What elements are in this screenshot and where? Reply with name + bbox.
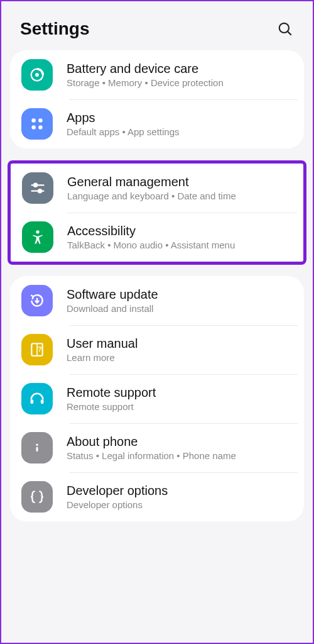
svg-rect-21 — [36, 447, 38, 452]
row-user-manual[interactable]: ? User manual Learn more — [10, 325, 304, 374]
svg-point-20 — [36, 443, 38, 445]
developer-options-icon — [21, 481, 53, 513]
row-developer-options[interactable]: Developer options Developer options — [10, 472, 304, 521]
accessibility-icon — [22, 221, 53, 253]
row-title: Accessibility — [67, 224, 292, 238]
row-title: Developer options — [67, 484, 293, 498]
software-update-icon — [21, 285, 53, 316]
row-title: Software update — [67, 287, 293, 302]
row-subtitle: Remote support — [67, 401, 293, 412]
row-title: About phone — [67, 435, 293, 449]
svg-point-9 — [34, 184, 37, 187]
page-title: Settings — [20, 19, 89, 39]
settings-group: Software update Download and install ? U… — [10, 276, 304, 521]
row-remote-support[interactable]: Remote support Remote support — [10, 374, 304, 423]
row-software-update[interactable]: Software update Download and install — [10, 276, 304, 325]
user-manual-icon: ? — [21, 334, 53, 365]
general-management-icon — [22, 172, 53, 204]
row-general-management[interactable]: General management Language and keyboard… — [11, 164, 303, 213]
row-text: Remote support Remote support — [67, 386, 293, 412]
row-title: User manual — [67, 336, 293, 351]
svg-rect-18 — [41, 399, 44, 404]
row-subtitle: Default apps • App settings — [67, 126, 293, 137]
row-subtitle: Status • Legal information • Phone name — [67, 450, 293, 461]
header: Settings — [1, 1, 313, 50]
row-subtitle: Developer options — [67, 499, 293, 510]
row-text: Battery and device care Storage • Memory… — [67, 62, 293, 88]
row-text: General management Language and keyboard… — [67, 175, 292, 201]
svg-line-1 — [288, 31, 291, 35]
row-about-phone[interactable]: About phone Status • Legal information •… — [10, 423, 304, 472]
row-text: Developer options Developer options — [67, 484, 293, 510]
settings-group-highlighted: General management Language and keyboard… — [8, 160, 306, 265]
battery-care-icon — [21, 59, 53, 91]
row-subtitle: TalkBack • Mono audio • Assistant menu — [67, 240, 292, 250]
about-phone-icon — [21, 432, 53, 464]
svg-point-3 — [35, 73, 39, 77]
row-title: Remote support — [67, 386, 293, 400]
row-subtitle: Storage • Memory • Device protection — [67, 77, 293, 88]
row-subtitle: Learn more — [67, 352, 293, 363]
row-battery-device-care[interactable]: Battery and device care Storage • Memory… — [10, 50, 304, 99]
svg-point-4 — [31, 118, 36, 123]
row-title: General management — [67, 175, 292, 189]
search-button[interactable] — [276, 20, 294, 38]
remote-support-icon — [21, 383, 53, 414]
apps-icon — [21, 108, 53, 140]
settings-group: Battery and device care Storage • Memory… — [10, 50, 304, 148]
row-accessibility[interactable]: Accessibility TalkBack • Mono audio • As… — [11, 213, 303, 262]
row-text: Accessibility TalkBack • Mono audio • As… — [67, 224, 292, 250]
row-title: Apps — [67, 111, 293, 125]
svg-text:?: ? — [38, 345, 42, 353]
svg-point-5 — [38, 118, 42, 123]
row-title: Battery and device care — [67, 62, 293, 76]
row-subtitle: Language and keyboard • Date and time — [67, 191, 292, 201]
row-apps[interactable]: Apps Default apps • App settings — [10, 99, 304, 148]
row-text: About phone Status • Legal information •… — [67, 435, 293, 461]
row-text: Apps Default apps • App settings — [67, 111, 293, 137]
row-text: User manual Learn more — [67, 336, 293, 363]
svg-point-12 — [36, 230, 39, 233]
svg-point-0 — [279, 23, 289, 33]
row-subtitle: Download and install — [67, 303, 293, 314]
svg-point-7 — [38, 125, 42, 130]
svg-point-11 — [38, 189, 41, 192]
svg-rect-17 — [31, 399, 34, 404]
row-text: Software update Download and install — [67, 287, 293, 314]
svg-point-6 — [31, 125, 36, 130]
search-icon — [277, 21, 293, 37]
